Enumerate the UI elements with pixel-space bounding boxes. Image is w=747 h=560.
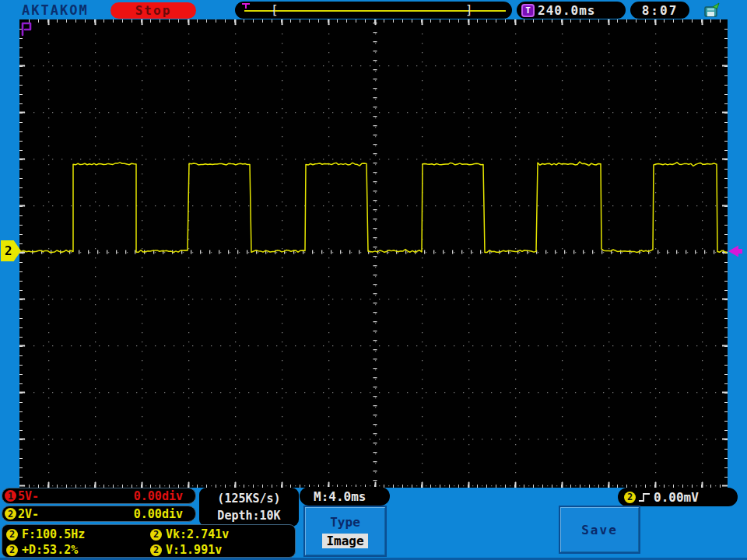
type-button-value: Image [322,534,367,548]
clock-value: 8:07 [642,3,679,18]
ch2-badge: 2 [5,508,16,520]
clock: 8:07 [630,2,689,19]
brand-logo: AKTAKOM [22,2,89,18]
measurement-ch-badge: 2 [150,529,162,541]
ch1-badge: 1 [5,490,16,502]
measurements-panel: 2 F:100.5Hz 2 Vk:2.741v 2 +D:53.2% 2 V:1… [2,524,296,558]
trigger-level-value: 0.00mV [654,490,699,505]
ch2-scale: 2V- [18,507,39,521]
measurement-ch-badge: 2 [6,544,18,556]
measurement-value: Vk:2.741v [166,527,229,541]
sample-rate: (125KS/s) [217,492,280,506]
run-state-badge: Stop [110,2,196,19]
acquisition-info: (125KS/s) Depth:10K [199,488,299,527]
memory-depth: Depth:10K [217,509,280,523]
measurement-frequency: 2 F:100.5Hz [6,527,85,541]
ch1-scale: 5V- [18,489,39,503]
measurement-vk: 2 Vk:2.741v [150,527,229,541]
measurement-duty: 2 +D:53.2% [6,543,78,557]
trigger-position-bar: [ ] [235,2,512,19]
ch2-level-marker: 2 [1,240,21,261]
trigger-level-readout: 2 0.00mV [618,488,738,506]
ch2-trace [19,162,727,253]
timebase-readout: M:4.0ms [300,487,390,506]
type-button[interactable]: Type Image [303,506,387,557]
measurement-value: +D:53.2% [22,543,78,557]
trigger-icon: T [521,4,535,17]
run-state-label: Stop [135,3,172,18]
trigger-time-value: 240.0ms [538,3,595,18]
ch2-level-marker-label: 2 [5,243,12,258]
save-button[interactable]: Save [559,506,640,554]
ch1-info-row: 1 5V- 0.00div [2,488,196,504]
ch1-offset: 0.00div [134,489,183,503]
timebase-value: M:4.0ms [314,489,366,504]
rising-edge-icon [639,492,651,502]
trigger-horizontal-position-icon [20,21,33,40]
trigger-position-marker-icon [242,3,250,5]
type-button-title: Type [330,515,360,530]
ch2-info-row: 2 2V- 0.00div [2,506,196,522]
usb-disk-icon [703,2,721,21]
save-button-label: Save [581,523,618,537]
measurement-v: 2 V:1.991v [150,543,222,557]
trigger-time-readout: T 240.0ms [517,2,626,19]
view-window-left-bracket: [ [271,2,279,17]
measurement-ch-badge: 2 [150,544,162,556]
view-window-right-bracket: ] [465,2,473,17]
scope-display [19,19,728,488]
measurement-ch-badge: 2 [6,529,18,541]
trigger-source-badge: 2 [624,492,636,503]
ch2-offset: 0.00div [134,507,183,521]
measurement-value: F:100.5Hz [22,527,85,541]
scope-grid-svg [19,19,728,488]
measurement-value: V:1.991v [166,543,222,557]
trigger-level-arrow-icon [728,244,743,261]
